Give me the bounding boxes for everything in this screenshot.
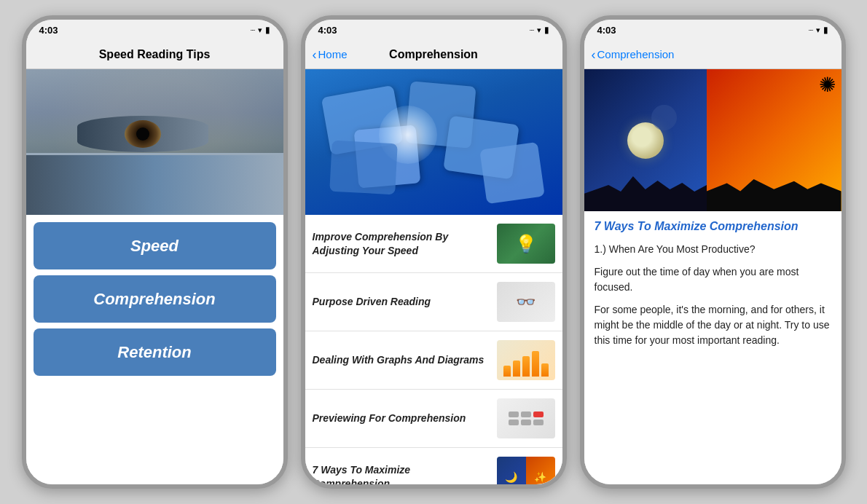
block-6	[533, 420, 544, 425]
status-icons-2: ···· ▾ ▮	[529, 25, 549, 35]
list-item-maximize[interactable]: 7 Ways To Maximize Comprehension 🌙 ✨	[305, 448, 562, 484]
screen1-content: Speed Comprehension Retention	[26, 69, 283, 484]
glasses-thumb	[497, 282, 555, 322]
section-para-1: Figure out the time of day when you are …	[595, 264, 831, 295]
wifi-icon-1: ▾	[258, 25, 262, 35]
chart-thumb	[497, 340, 555, 380]
screens-container: 4:03 ···· ▾ ▮ Speed Reading Tips	[15, 8, 853, 496]
nav-bar-1: Speed Reading Tips	[26, 40, 283, 69]
status-bar-3: 4:03 ···· ▾ ▮	[584, 20, 842, 40]
back-chevron-2: ‹	[313, 48, 317, 61]
block-row-2	[521, 412, 531, 425]
article-title-text: 7 Ways To Maximize Comprehension	[595, 220, 799, 232]
phone-2: 4:03 ···· ▾ ▮ ‹ Home Comprehension	[301, 15, 567, 489]
list-item-maximize-text: 7 Ways To Maximize Comprehension	[313, 463, 497, 484]
list-item-speed[interactable]: Improve Comprehension By Adjusting Your …	[305, 215, 562, 273]
block-1	[509, 412, 519, 417]
signal-dots-2: ····	[529, 26, 533, 34]
nav-title-1: Speed Reading Tips	[99, 48, 211, 61]
nav-bar-3: ‹ Comprehension	[584, 40, 842, 69]
signal-dots-1: ····	[250, 26, 254, 34]
block-2	[509, 420, 519, 425]
screen2-content-wrap: Improve Comprehension By Adjusting Your …	[305, 69, 562, 484]
sun-side: ✺	[707, 69, 842, 211]
sunmoon-thumb: 🌙 ✨	[497, 457, 555, 484]
list-item-maximize-thumb: 🌙 ✨	[497, 457, 555, 484]
section-para-2: For some people, it's the morning, and f…	[595, 302, 831, 348]
nav-title-2: Comprehension	[389, 48, 478, 61]
phone-3: 4:03 ···· ▾ ▮ ‹ Comprehension	[580, 15, 846, 489]
block-row-1	[509, 412, 519, 425]
retention-button[interactable]: Retention	[34, 328, 276, 376]
lightbulb-thumb	[497, 224, 555, 264]
back-button-2[interactable]: ‹ Home	[313, 48, 348, 61]
status-time-2: 4:03	[318, 25, 337, 36]
bar-4	[532, 351, 539, 377]
list-item-purpose-text: Purpose Driven Reading	[313, 295, 497, 308]
back-chevron-3: ‹	[592, 48, 596, 61]
back-label-2: Home	[318, 48, 348, 60]
block-4	[521, 420, 531, 425]
hero-image-3: ✺	[584, 69, 842, 211]
nav-bar-2: ‹ Home Comprehension	[305, 40, 562, 69]
wifi-icon-2: ▾	[537, 25, 541, 35]
bar-5	[541, 363, 549, 377]
status-bar-2: 4:03 ···· ▾ ▮	[305, 20, 562, 40]
battery-icon-3: ▮	[823, 25, 828, 35]
hero-image-2	[305, 69, 562, 215]
speed-button[interactable]: Speed	[34, 222, 276, 269]
status-bar-1: 4:03 ···· ▾ ▮	[26, 20, 283, 40]
list-item-graphs-text: Dealing With Graphs And Diagrams	[313, 353, 497, 366]
list-item-purpose[interactable]: Purpose Driven Reading	[305, 273, 562, 331]
status-time-1: 4:03	[39, 25, 58, 36]
hero-image-1	[26, 69, 283, 215]
back-button-3[interactable]: ‹ Comprehension	[592, 48, 675, 61]
comprehension-list: Improve Comprehension By Adjusting Your …	[305, 215, 562, 484]
phone-1: 4:03 ···· ▾ ▮ Speed Reading Tips	[22, 15, 288, 489]
signal-dots-3: ····	[808, 26, 812, 34]
block-row-3	[533, 412, 544, 425]
list-item-speed-thumb	[497, 224, 555, 264]
retention-label: Retention	[117, 343, 191, 362]
screen2-inner: Improve Comprehension By Adjusting Your …	[305, 69, 562, 484]
battery-icon-1: ▮	[265, 25, 270, 35]
block-red	[533, 412, 544, 417]
article-content: 7 Ways To Maximize Comprehension 1.) Whe…	[584, 211, 842, 484]
block-3	[521, 412, 531, 417]
list-item-previewing-thumb	[497, 398, 555, 438]
bar-2	[513, 361, 520, 377]
battery-icon-2: ▮	[544, 25, 549, 35]
blocks-thumb	[497, 398, 555, 438]
screen3-content-wrap: ✺ 7 Ways To Maximize Comprehension 1.) W…	[584, 69, 842, 484]
list-item-purpose-thumb	[497, 282, 555, 322]
article-title: 7 Ways To Maximize Comprehension	[595, 220, 831, 233]
bar-1	[503, 366, 511, 377]
moon-side	[584, 69, 707, 211]
article-body: 1.) When Are You Most Productive? Figure…	[595, 242, 831, 348]
status-time-3: 4:03	[597, 25, 616, 36]
comprehension-label: Comprehension	[93, 290, 215, 309]
sun-icon: ✺	[819, 75, 836, 95]
section-heading-1: 1.) When Are You Most Productive?	[595, 242, 831, 257]
hero-eye	[26, 69, 283, 215]
back-label-3: Comprehension	[597, 48, 675, 60]
wifi-icon-3: ▾	[816, 25, 820, 35]
list-item-graphs[interactable]: Dealing With Graphs And Diagrams	[305, 331, 562, 390]
comprehension-button[interactable]: Comprehension	[34, 275, 276, 323]
status-icons-1: ···· ▾ ▮	[250, 25, 270, 35]
tree-silhouette	[584, 168, 707, 211]
moon-half: 🌙	[497, 457, 526, 484]
list-item-graphs-thumb	[497, 340, 555, 380]
bar-3	[522, 356, 530, 377]
menu-items-1: Speed Comprehension Retention	[26, 215, 283, 376]
hero-split: ✺	[584, 69, 842, 211]
speed-label: Speed	[130, 237, 178, 256]
screen3-inner: ✺ 7 Ways To Maximize Comprehension 1.) W…	[584, 69, 842, 484]
sun-half: ✨	[526, 457, 555, 484]
status-icons-3: ···· ▾ ▮	[808, 25, 828, 35]
list-item-speed-text: Improve Comprehension By Adjusting Your …	[313, 230, 497, 256]
list-item-previewing-text: Previewing For Comprehension	[313, 412, 497, 425]
list-item-previewing[interactable]: Previewing For Comprehension	[305, 390, 562, 448]
